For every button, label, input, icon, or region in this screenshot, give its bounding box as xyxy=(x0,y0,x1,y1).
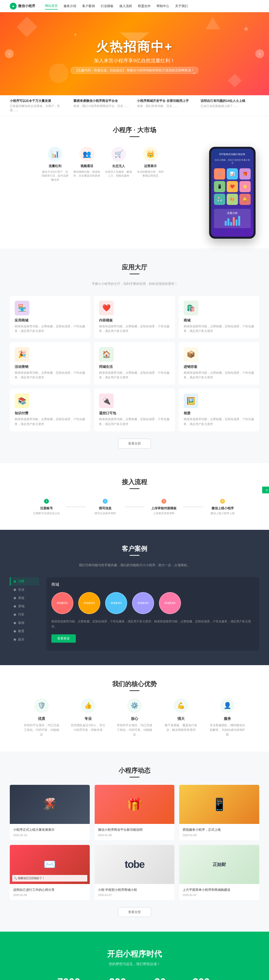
news-card[interactable]: 🌋 小程序正式上线大量发展展示 2020-01-10 xyxy=(10,785,90,840)
process-connector xyxy=(125,507,144,507)
app-card[interactable]: 🏪 应用商城 精准筛选推荐功能，点赞收藏，定制化场景，个性化服务，满足用户多元需… xyxy=(10,296,90,338)
cases-sidebar-item[interactable]: ◉旅游 xyxy=(10,619,39,627)
cases-sidebar-item[interactable]: ◉美妆 xyxy=(10,594,39,602)
cases-case-title: 商城 xyxy=(51,582,254,587)
app-card[interactable]: 📦 进销存套 精准筛选推荐功能，点赞收藏，定制化场景，个性化服务，满足用户多元需… xyxy=(179,342,259,385)
nav-link[interactable]: 帮助中心 xyxy=(157,3,169,9)
mp-section: 小程序 · 大市场 📊 流量红利 微信月活8亿用户，实现精准引流，提升品牌曝光率… xyxy=(0,116,269,248)
hero-content: 火热招商中+ 加入来宫小程序享9亿自然流量红利！ 【互赢代码，快速生成，自由选合… xyxy=(70,34,199,74)
app-card[interactable]: 📚 知识付费 精准筛选推荐功能，点赞收藏，定制化场景，个性化服务，满足用户多元需… xyxy=(10,389,90,431)
process-section: 接入流程 1 注册账号 注册账号完成实名认证 2 填写信息 填写企业基本资料 3… xyxy=(0,463,269,530)
mp-section-title: 小程序 · 大市场 xyxy=(10,126,259,134)
cta-section: 开启小程序时代 您的梦想与远见，我们帮您达成！ 7000+ 已服务超过7000家… xyxy=(0,932,269,980)
news-ticker-item: 说明自己有问题的10位人士上线已自己动态新版就上线了…… xyxy=(200,99,259,112)
cases-desc: 精准筛选推荐功能，点赞收藏，定制化场景，个性化服务，满足用户多元需求。精准筛选推… xyxy=(51,619,254,630)
case-circle: 商城案例3 xyxy=(105,592,127,614)
hero-banner: ★ ✦ ✦ ‹ 火热招商中+ 加入来宫小程序享9亿自然流量红利！ 【互赢代码，快… xyxy=(0,12,269,95)
mp-card: 👥 视频通话 微信视频功能，精准发布，完全覆盖目标群体 xyxy=(74,147,100,182)
news-card[interactable]: 🎁 微信小程序商业平台新功能说明 2020-01-08 xyxy=(94,785,175,840)
process-title: 接入流程 xyxy=(10,478,259,486)
logo-text: 微信小程序 xyxy=(18,4,35,8)
nav-link[interactable]: 联盟合作 xyxy=(138,3,151,9)
app-card[interactable]: 🎉 活动营销 精准筛选推荐功能，点赞收藏，定制化场景，个性化服务，满足用户多元需… xyxy=(10,342,90,385)
cta-subtitle: 您的梦想与远见，我们帮您达成！ xyxy=(10,962,259,966)
cases-sidebar-item[interactable]: ◉房地 xyxy=(10,602,39,611)
nav-link[interactable]: 接入流程 xyxy=(119,3,132,9)
cta-stat: 200+ 合作代理商遍及全国各地 xyxy=(102,976,135,980)
cta-stats: 7000+ 已服务超过7000家企业商户 200+ 合作代理商遍及全国各地 20… xyxy=(10,976,259,980)
case-circle: 商城案例4 xyxy=(132,592,154,614)
news-ticker: 小程序可以出令千万大量发展已有超30家知名企业落地，为用户，凭借……重磅来袭微信… xyxy=(0,95,269,116)
cases-sidebar-item[interactable]: ◉娱乐 xyxy=(10,635,39,644)
logo-icon: ● xyxy=(10,3,17,10)
mp-cards: 📊 流量红利 微信月活8亿用户，实现精准引流，提升品牌曝光率 👥 视频通话 微信… xyxy=(10,147,195,182)
hero-next-button[interactable]: › xyxy=(255,49,264,58)
process-step: 1 注册账号 注册账号完成实名认证 xyxy=(27,499,66,515)
app-card[interactable]: 🔌 遥控口可包 精准筛选推荐功能，点赞收藏，定制化场景，个性化服务，满足用户多元… xyxy=(94,389,175,431)
news-section: 小程序动态 🌋 小程序正式上线大量发展展示 2020-01-10 🎁 微信小程序… xyxy=(0,752,269,932)
process-connector xyxy=(183,507,203,507)
cases-sidebar-item[interactable]: ◉汽车 xyxy=(10,611,39,619)
cases-title: 客户案例 xyxy=(10,544,259,553)
app-hall-title: 应用大厅 xyxy=(10,263,259,272)
advantage-item: 🛡️ 优质 所有的平台项目，均已完成工程化，代码可靠，功能稳定 xyxy=(23,698,60,737)
cases-subtitle: 我们万种功能与您手握共建，我们的功能助力小小程序，助力一步，占领商机。 xyxy=(10,563,259,568)
cases-sidebar-item[interactable]: ◉消费 xyxy=(10,577,39,585)
nav-link[interactable]: 服务介绍 xyxy=(64,3,76,9)
sidebar-right: ► xyxy=(262,487,269,493)
cta-stat: 20+ 工程开发经验积累 xyxy=(149,976,173,980)
nav-link[interactable]: 行业模板 xyxy=(101,3,114,9)
news-ticker-item: 重磅来袭微信小程序商业平台全来源，我们小程序的用商品平台、完全…… xyxy=(74,99,132,112)
hero-prev-button[interactable]: ‹ xyxy=(5,49,14,58)
nav-link[interactable]: 客户案例 xyxy=(82,3,95,9)
news-card[interactable]: 正始财 上方平面简单小程序和商城购建设 2020-01-07 xyxy=(179,845,259,900)
navigation: ● 微信小程序 网站首页服务介绍客户案例行业模板接入流程联盟合作帮助中心关于我们 xyxy=(0,0,269,12)
news-view-more[interactable]: 查看全部 xyxy=(118,907,151,917)
logo[interactable]: ● 微信小程序 xyxy=(10,3,35,10)
process-step: 3 上传审核对接模板 上传相关资质资料 xyxy=(144,499,183,515)
app-hall-view-more[interactable]: 查看全部 xyxy=(118,439,151,449)
nav-links: 网站首页服务介绍客户案例行业模板接入流程联盟合作帮助中心关于我们 xyxy=(45,3,188,10)
nav-link[interactable]: 关于我们 xyxy=(175,3,188,9)
app-card[interactable]: 🏠 同城生活 精准筛选推荐功能，点赞收藏，定制化场景，个性化服务，满足用户多元需… xyxy=(94,342,175,385)
app-grid: 🏪 应用商城 精准筛选推荐功能，点赞收藏，定制化场景，个性化服务，满足用户多元需… xyxy=(10,296,259,431)
news-ticker-item: 小程序可以出令千万大量发展已有超30家知名企业落地，为用户，凭借…… xyxy=(10,99,69,112)
nav-link[interactable]: 网站首页 xyxy=(45,3,58,10)
hero-badge: 【互赢代码，快速生成，自由选合】 来微信小程序码精准营销,打造您的互联网客流！ xyxy=(70,67,199,74)
cta-stat: 300+ 功能模块覆盖各行各业 xyxy=(187,976,217,980)
advantages-section: 我们的核心优势 🛡️ 优质 所有的平台项目，均已完成工程化，代码可靠，功能稳定 … xyxy=(0,665,269,752)
mp-card: 📊 流量红利 微信月活8亿用户，实现精准引流，提升品牌曝光率 xyxy=(42,147,69,182)
sidebar-right-item-1[interactable]: ► xyxy=(262,487,269,493)
phone-mockup: DIY装饰式功能行有好有 自定义模板，轻松打造您的专属小程序 🛒 📊 🎁 📱 ❤… xyxy=(209,147,256,239)
news-card[interactable]: 📱 西指服务小程序，正式上线 2020-01-08 xyxy=(179,785,259,840)
process-step: 4 微信上线小程序 微信上线小程序上线 xyxy=(203,499,242,515)
advantage-item: ⚙️ 放心 所有的平台项目，均已完成工程化，代码可靠，功能稳定 xyxy=(116,698,153,737)
news-card[interactable]: ✉️🔍 我要说它已经很好了！ 说明自己进行工作的心得分享 2020-01-08 xyxy=(10,845,90,900)
app-card[interactable]: 🖼️ 相册 精准筛选推荐功能，点赞收藏，定制化场景，个性化服务，满足用户多元需求 xyxy=(179,389,259,431)
cases-more-button[interactable]: 查看更多 xyxy=(51,634,76,643)
advantages-title: 我们的核心优势 xyxy=(10,680,259,688)
case-circle: 商城案例1 xyxy=(51,592,74,614)
app-hall-subtitle: 手握小小程序的大厅，找到手要的应用，轻松实现您的需求！ xyxy=(10,282,259,286)
app-card[interactable]: 🛍️ 商城 精准筛选推荐功能，点赞收藏，定制化场景，个性化服务，满足用户多元需求 xyxy=(179,296,259,338)
cta-title: 开启小程序时代 xyxy=(10,949,259,959)
process-steps: 1 注册账号 注册账号完成实名认证 2 填写信息 填写企业基本资料 3 上传审核… xyxy=(10,499,259,515)
mp-card: 👑 运营展示 专业的数据分析，实时掌握运营状态 xyxy=(137,147,164,182)
case-circle: 商城案例2 xyxy=(78,592,100,614)
mp-card: 🛒 生态无人 在线无人化服务，解放人力，智能化服务 xyxy=(105,147,132,182)
app-hall-section: 应用大厅 手握小小程序的大厅，找到手要的应用，轻松实现您的需求！ 🏪 应用商城 … xyxy=(0,248,269,463)
advantage-item: 💪 强大 数千套模板，覆盖各行各业，解决商家所有需求 xyxy=(163,698,199,737)
cases-sidebar-item[interactable]: ◉全业 xyxy=(10,585,39,594)
cta-stat: 7000+ 已服务超过7000家企业商户 xyxy=(52,976,88,980)
news-card[interactable]: tobe 小程·半程把小程序商城小程 2020-01-07 xyxy=(94,845,175,900)
cases-circles: 商城案例1商城案例2商城案例3商城案例4商城案例5 xyxy=(51,592,254,614)
news-grid: 🌋 小程序正式上线大量发展展示 2020-01-10 🎁 微信小程序商业平台新功… xyxy=(10,785,259,900)
process-step: 2 填写信息 填写企业基本资料 xyxy=(86,499,125,515)
news-section-title: 小程序动态 xyxy=(10,766,259,775)
news-ticker-item: 小程序商城开发平台 在营功能用上手来源，我们所有功能，完全…… xyxy=(137,99,195,112)
cases-section: 客户案例 我们万种功能与您手握共建，我们的功能助力小小程序，助力一步，占领商机。… xyxy=(0,530,269,665)
hero-subtitle: 加入来宫小程序享9亿自然流量红利！ xyxy=(70,57,199,64)
cases-sidebar-item[interactable]: ◉教育 xyxy=(10,627,39,635)
app-card[interactable]: ❤️ 内容模板 精准筛选推荐功能，点赞收藏，定制化场景，个性化服务，满足用户多元… xyxy=(94,296,175,338)
advantage-item: 👤 服务 专业客服团队，随时随地为您解答，为您的成功保驾护航 xyxy=(209,698,246,737)
